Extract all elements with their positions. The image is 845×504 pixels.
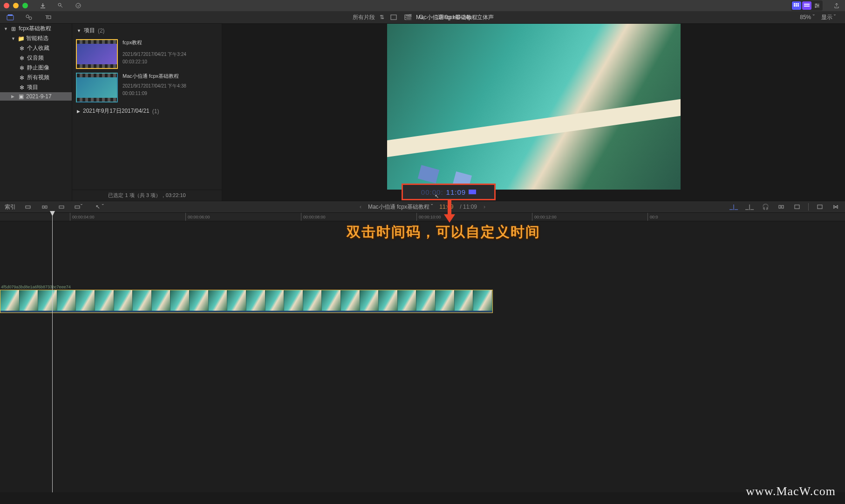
svg-rect-5: [794, 5, 795, 7]
svg-point-1: [76, 3, 81, 8]
svg-rect-30: [75, 206, 80, 208]
viewer-title-bar: 🎬 Mac小伯通 fcpx基础教程: [405, 14, 477, 21]
index-button[interactable]: 索引: [5, 203, 16, 211]
clip-id-label: 4f5d079a3bd8e1a6f6b8733bc7eee74: [1, 285, 71, 289]
sidebar: ▼⊞fcpx基础教程 ▼📁智能精选 ✻个人收藏 ✻仅音频 ✻静止图像 ✻所有视频…: [0, 24, 72, 201]
timeline-project-name[interactable]: Mac小伯通 fcpx基础教程 ˇ: [368, 203, 433, 211]
render-icon[interactable]: [74, 1, 83, 10]
project-item[interactable]: fcpx教程 2021/9/172017/04/21 下午3:24 00:03:…: [72, 37, 222, 71]
svg-rect-33: [795, 205, 799, 209]
svg-rect-26: [26, 206, 30, 208]
annotation-arrow-icon: [444, 200, 455, 223]
history-back[interactable]: ‹: [360, 204, 361, 210]
sidebar-event[interactable]: ▶▣2021-9-17: [0, 92, 72, 101]
browser-header[interactable]: ▼ 项目 (2): [72, 24, 222, 37]
insert-icon[interactable]: [40, 203, 49, 211]
photos-icon[interactable]: [24, 13, 34, 21]
project-name: fcpx教程: [123, 39, 186, 46]
arrow-tool[interactable]: ↖ ˇ: [95, 203, 104, 211]
ruler-tick: 00:00:08:00: [301, 213, 326, 221]
keyword-icon[interactable]: [56, 1, 65, 10]
sidebar-item-favorites[interactable]: ✻个人收藏: [0, 43, 72, 53]
svg-point-16: [29, 17, 32, 20]
append-icon[interactable]: [57, 203, 66, 211]
project-item[interactable]: Mac小伯通 fcpx基础教程 2021/9/172017/04/21 下午4:…: [72, 71, 222, 104]
svg-rect-32: [782, 205, 784, 208]
browser: ▼ 项目 (2) fcpx教程 2021/9/172017/04/21 下午3:…: [72, 24, 222, 201]
titlebar-left-icons: [38, 1, 83, 10]
transitions-icon[interactable]: ⋈: [831, 203, 840, 211]
annotation-text: 双击时间码，可以自定义时间: [347, 223, 540, 242]
ruler-tick: 00:0: [647, 213, 658, 221]
timecode-display[interactable]: 00:00:11:09 ↖: [402, 184, 496, 200]
svg-rect-7: [797, 5, 799, 7]
list-view-icon[interactable]: [802, 1, 811, 10]
timeline-ruler[interactable]: 00:00:04:00 00:00:06:00 00:00:08:00 00:0…: [0, 213, 845, 221]
sidebar-lib-header[interactable]: ▼⊞fcpx基础教程: [0, 24, 72, 34]
connect-icon[interactable]: [23, 203, 33, 211]
toolbar-left: T: [0, 13, 52, 21]
project-thumbnail[interactable]: [76, 39, 118, 69]
sidebar-item-audio[interactable]: ✻仅音频: [0, 53, 72, 63]
minimize-window[interactable]: [13, 3, 19, 8]
svg-rect-2: [794, 3, 795, 5]
viewer-canvas[interactable]: [387, 24, 681, 190]
svg-rect-18: [48, 16, 51, 19]
svg-rect-4: [797, 3, 799, 5]
titlebar: [0, 0, 845, 11]
library-icon[interactable]: [6, 13, 15, 21]
svg-point-10: [816, 4, 817, 5]
svg-rect-6: [796, 5, 797, 7]
svg-point-12: [815, 7, 817, 8]
display-menu[interactable]: 显示 ˇ: [821, 14, 836, 21]
svg-rect-28: [45, 206, 47, 208]
clips-filter[interactable]: 所有片段: [353, 14, 375, 21]
solo-icon[interactable]: 🎧: [761, 203, 770, 211]
svg-rect-29: [59, 206, 64, 208]
browser-date-group[interactable]: ▶ 2021年9月17日2017/04/21 (1): [72, 104, 222, 118]
effects-icon[interactable]: [815, 203, 825, 211]
maximize-window[interactable]: [22, 3, 28, 8]
svg-rect-19: [391, 15, 396, 20]
timeline-toolbar: 索引 ˇ ↖ ˇ ‹ Mac小伯通 fcpx基础教程 ˇ 11:09 / 11:…: [0, 201, 845, 213]
timeline-right-tools: ⎯|⎯ ⎯|⎯ 🎧 ⋈: [729, 203, 840, 211]
watermark: www.MacW.com: [746, 484, 836, 498]
playhead[interactable]: [52, 213, 53, 492]
sidebar-item-projects[interactable]: ✻项目: [0, 82, 72, 92]
titlebar-right: [791, 0, 841, 11]
sidebar-item-video[interactable]: ✻所有视频: [0, 73, 72, 82]
history-forward[interactable]: ›: [484, 204, 485, 210]
display-icon[interactable]: [792, 203, 802, 211]
sort-icon[interactable]: ⇅: [380, 14, 384, 20]
ruler-tick: 00:00:12:00: [532, 213, 557, 221]
svg-rect-24: [448, 200, 451, 214]
svg-rect-8: [804, 4, 810, 5]
sidebar-smart[interactable]: ▼📁智能精选: [0, 34, 72, 43]
overwrite-icon[interactable]: ˇ: [74, 203, 83, 211]
close-window[interactable]: [4, 3, 9, 8]
titles-icon[interactable]: T: [43, 13, 52, 21]
share-icon[interactable]: [832, 1, 841, 10]
timeline[interactable]: 00:00:04:00 00:00:06:00 00:00:08:00 00:0…: [0, 213, 845, 492]
snap-icon[interactable]: [777, 203, 786, 211]
svg-rect-34: [818, 205, 822, 209]
project-icon: 🎬: [405, 14, 412, 20]
timeline-clip[interactable]: [0, 290, 493, 313]
svg-rect-27: [42, 206, 44, 208]
zoom-level[interactable]: 85% ˇ: [800, 14, 814, 20]
skimming-icon[interactable]: ⎯|⎯: [729, 203, 738, 211]
filmstrip-icon[interactable]: [389, 13, 398, 21]
audio-skim-icon[interactable]: ⎯|⎯: [745, 203, 754, 211]
browser-footer: 已选定 1 项（共 3 项），03:22:10: [72, 190, 222, 201]
adjust-icon[interactable]: [812, 1, 822, 10]
project-thumbnail[interactable]: [76, 73, 118, 102]
svg-rect-9: [804, 6, 810, 7]
svg-rect-31: [779, 205, 781, 208]
import-icon[interactable]: [38, 1, 48, 10]
sidebar-item-stills[interactable]: ✻静止图像: [0, 63, 72, 73]
viewer: [222, 24, 845, 201]
svg-rect-3: [796, 3, 797, 5]
svg-point-15: [26, 15, 29, 18]
ruler-tick: 00:00:04:00: [70, 213, 95, 221]
grid-view-icon[interactable]: [792, 1, 801, 10]
